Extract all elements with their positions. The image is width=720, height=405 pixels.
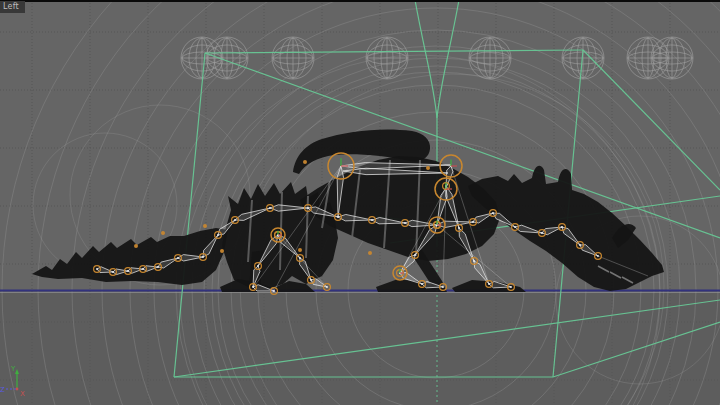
scene-canvas[interactable]: YZX	[0, 0, 720, 405]
axis-label-z: Z	[0, 386, 5, 394]
control-sphere[interactable]	[469, 37, 511, 79]
control-sphere[interactable]	[206, 37, 248, 79]
rig-marker[interactable]	[220, 249, 224, 253]
control-sphere[interactable]	[366, 37, 408, 79]
rig-marker[interactable]	[134, 244, 138, 248]
ground-plane-line	[0, 291, 720, 293]
joint-controller[interactable]	[324, 284, 331, 291]
axis-label-y: Y	[10, 365, 16, 373]
control-sphere[interactable]	[651, 37, 693, 79]
rig-marker[interactable]	[203, 224, 207, 228]
axis-label-x: X	[20, 390, 25, 398]
rig-marker[interactable]	[161, 231, 165, 235]
rig-marker[interactable]	[298, 248, 302, 252]
rig-marker[interactable]	[368, 251, 372, 255]
control-sphere[interactable]	[562, 37, 604, 79]
control-sphere[interactable]	[272, 37, 314, 79]
viewport-canvas[interactable]: Left YZX	[0, 0, 720, 405]
viewport-label: Left	[0, 1, 25, 13]
rig-marker[interactable]	[426, 166, 430, 170]
viewport-top-border	[0, 0, 720, 2]
rig-marker[interactable]	[303, 160, 307, 164]
